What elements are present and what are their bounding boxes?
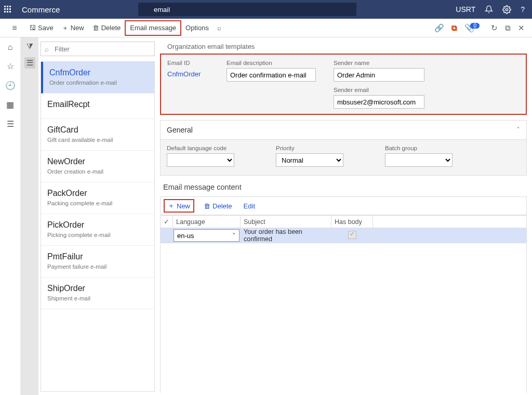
list-view-icon[interactable]: ☰ [24, 57, 35, 69]
lang-column-header[interactable]: Language [173, 216, 241, 228]
select-all-checkbox[interactable]: ✓ [161, 216, 173, 228]
workspace-icon[interactable]: ▦ [6, 100, 14, 110]
list-item-title: PackOrder [47, 189, 148, 198]
list-item-sub: Order creation e-mail [47, 168, 148, 175]
sender-email-input[interactable] [334, 95, 424, 109]
email-desc-input[interactable] [227, 68, 316, 82]
modules-icon[interactable]: ☰ [7, 119, 14, 129]
subject-column-header[interactable]: Subject [241, 216, 331, 228]
row-checkbox[interactable] [161, 228, 173, 243]
default-lang-label: Default language code [167, 145, 234, 151]
office-icon[interactable]: ⧉ [451, 23, 457, 33]
trash-icon: 🗑 [204, 202, 210, 210]
list-item-title: CnfmOrder [49, 68, 148, 77]
batch-group-select[interactable] [385, 153, 453, 167]
options-button[interactable]: Options [181, 20, 213, 36]
attachments-icon[interactable]: 📎0 [464, 23, 484, 33]
template-list-panel: ⌕ CnfmOrder Order confirmation e-mail Em… [38, 37, 157, 395]
priority-select[interactable]: Normal [276, 153, 343, 167]
user-label[interactable]: USRT [456, 5, 475, 14]
list-item[interactable]: PackOrder Packing complete e-mail [41, 182, 154, 214]
svg-point-9 [506, 8, 508, 10]
global-search-input[interactable] [138, 3, 356, 16]
table-row[interactable]: ˅ Your order has been confirmed [161, 228, 527, 243]
grid-empty-space [160, 243, 527, 393]
list-item-sub: Shipment e-mail [47, 295, 148, 301]
svg-rect-2 [9, 6, 11, 7]
hasbody-cell [331, 228, 373, 243]
svg-rect-5 [9, 8, 11, 10]
language-input[interactable] [174, 229, 229, 242]
actionbar-search-icon[interactable]: ⌕ [213, 20, 225, 36]
top-navbar: Commerce ⌕ USRT ? [0, 0, 532, 19]
recent-icon[interactable]: 🕘 [5, 81, 16, 90]
hamburger-icon[interactable]: ≡ [4, 23, 25, 33]
hasbody-column-header[interactable]: Has body [331, 216, 373, 228]
svg-rect-7 [7, 11, 8, 12]
list-item[interactable]: EmailRecpt [41, 94, 154, 119]
chevron-up-icon: ˄ [516, 126, 520, 134]
email-message-button[interactable]: Email message [125, 20, 181, 36]
save-icon: 🖫 [29, 24, 36, 32]
link-icon[interactable]: 🔗 [434, 23, 444, 33]
waffle-icon[interactable] [4, 6, 19, 13]
template-list: CnfmOrder Order confirmation e-mail Emai… [41, 61, 155, 392]
action-bar: ≡ 🖫Save ＋New 🗑Delete Email message Optio… [0, 19, 532, 37]
list-item[interactable]: GiftCard Gift card available e-mail [41, 119, 154, 151]
svg-rect-6 [4, 11, 6, 12]
svg-rect-3 [4, 8, 6, 10]
email-desc-label: Email description [227, 60, 316, 66]
gear-icon[interactable] [502, 5, 511, 14]
list-item-sub: Picking complete e-mail [47, 232, 148, 238]
page-title: Organization email templates [160, 43, 527, 50]
attachment-badge: 0 [470, 23, 480, 29]
svg-rect-8 [9, 11, 11, 12]
list-item[interactable]: PmtFailur Payment failure e-mail [41, 246, 154, 278]
svg-rect-4 [7, 8, 8, 10]
grid-delete-button[interactable]: 🗑Delete [202, 201, 234, 211]
batch-group-label: Batch group [385, 145, 453, 151]
general-section-title: General [167, 126, 193, 134]
subject-cell[interactable]: Your order has been confirmed [241, 228, 331, 243]
help-icon[interactable]: ? [521, 5, 525, 14]
delete-button[interactable]: 🗑Delete [88, 20, 125, 36]
list-item[interactable]: NewOrder Order creation e-mail [41, 151, 154, 182]
new-button[interactable]: ＋New [58, 20, 88, 36]
save-button[interactable]: 🖫Save [25, 20, 58, 36]
favorites-icon[interactable]: ☆ [7, 61, 14, 71]
list-item[interactable]: PickOrder Picking complete e-mail [41, 214, 154, 246]
filter-column: ⧩ ☰ [21, 37, 38, 395]
list-item-title: NewOrder [47, 157, 148, 166]
sender-name-input[interactable] [334, 68, 424, 82]
general-section-body: Default language code Priority Normal Ba… [160, 140, 527, 176]
grid-new-button[interactable]: ＋New [164, 199, 194, 213]
default-lang-select[interactable] [167, 153, 234, 167]
general-section-header[interactable]: General ˄ [160, 120, 527, 140]
grid-toolbar: ＋New 🗑Delete Edit [160, 196, 527, 215]
plus-icon: ＋ [62, 23, 69, 33]
list-item[interactable]: CnfmOrder Order confirmation e-mail [41, 62, 154, 94]
sender-name-label: Sender name [334, 60, 424, 66]
list-item-sub: Gift card available e-mail [47, 137, 148, 143]
hasbody-checkbox [348, 231, 356, 239]
left-rail: ⌂ ☆ 🕘 ▦ ☰ [0, 37, 21, 395]
email-id-link[interactable]: CnfmOrder [167, 68, 209, 78]
popout-icon[interactable]: ⧉ [505, 23, 511, 33]
grid-edit-button[interactable]: Edit [242, 201, 257, 211]
refresh-icon[interactable]: ↻ [491, 23, 498, 33]
close-icon[interactable]: ✕ [518, 23, 525, 33]
list-item[interactable]: ShipOrder Shipment e-mail [41, 278, 154, 309]
email-id-label: Email ID [167, 60, 209, 66]
list-item-title: PmtFailur [47, 252, 148, 261]
funnel-icon[interactable]: ⧩ [26, 42, 33, 51]
filter-input[interactable] [41, 42, 155, 56]
app-brand: Commerce [22, 5, 126, 14]
list-item-sub: Packing complete e-mail [47, 200, 148, 206]
bell-icon[interactable] [485, 5, 493, 14]
header-fields-card: Email ID CnfmOrder Email description Sen… [160, 54, 527, 115]
language-cell[interactable]: ˅ [174, 229, 240, 242]
list-item-title: PickOrder [47, 220, 148, 230]
chevron-down-icon[interactable]: ˅ [229, 232, 239, 240]
home-icon[interactable]: ⌂ [8, 43, 13, 52]
trash-icon: 🗑 [92, 24, 99, 32]
